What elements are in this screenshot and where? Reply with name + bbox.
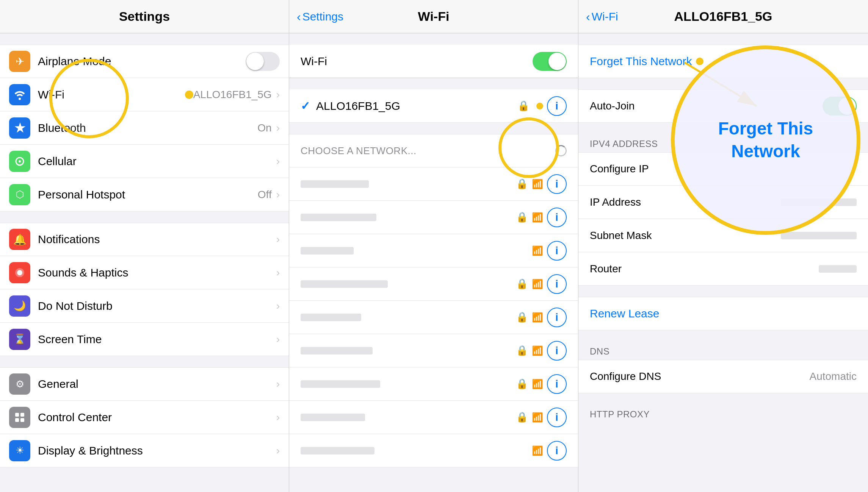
network-row-7[interactable]: 🔒 📶 i xyxy=(289,367,578,401)
network-icons-5: 🔒 📶 i xyxy=(516,308,567,327)
signal-icon-5: 📶 xyxy=(532,312,543,323)
configure-dns-label: Configure DNS xyxy=(590,370,810,383)
auto-join-row[interactable]: Auto-Join xyxy=(578,89,868,123)
cellular-row[interactable]: Cellular › xyxy=(0,145,289,178)
network-name-1 xyxy=(301,180,516,188)
bluetooth-chevron: › xyxy=(276,122,280,134)
notifications-row[interactable]: 🔔 Notifications › xyxy=(0,223,289,256)
lock-icon-4: 🔒 xyxy=(516,278,528,290)
network-info-btn-9[interactable]: i xyxy=(547,441,567,461)
wifi-toggle-row[interactable]: Wi-Fi xyxy=(289,45,578,78)
settings-title: Settings xyxy=(119,9,170,24)
network-name-7 xyxy=(301,380,516,388)
network-icons-6: 🔒 📶 i xyxy=(516,341,567,361)
screentime-chevron: › xyxy=(276,333,280,345)
lock-icon-6: 🔒 xyxy=(516,345,528,356)
wifi-nav-bar: ‹ Settings Wi-Fi xyxy=(289,0,578,33)
network-name-6 xyxy=(301,347,516,355)
network-info-btn-8[interactable]: i xyxy=(547,408,567,427)
network-info-btn-7[interactable]: i xyxy=(547,374,567,394)
signal-icon-6: 📶 xyxy=(532,345,543,356)
http-proxy-header: HTTP PROXY xyxy=(578,405,868,423)
bluetooth-row[interactable]: ★ Bluetooth On › xyxy=(0,111,289,145)
wifi-value: ALLO16FB1_5G xyxy=(193,89,272,101)
network-row-3[interactable]: 📶 i xyxy=(289,234,578,267)
hotspot-icon: ⬡ xyxy=(9,184,30,205)
wifi-master-toggle[interactable] xyxy=(533,52,567,71)
sounds-row[interactable]: Sounds & Haptics › xyxy=(0,256,289,289)
network-name-4 xyxy=(301,280,516,288)
ip-address-value xyxy=(781,198,857,206)
cellular-label: Cellular xyxy=(38,155,276,168)
configure-dns-row[interactable]: Configure DNS Automatic xyxy=(578,360,868,393)
cellular-icon xyxy=(9,151,30,172)
wifi-checkmark-icon: ✓ xyxy=(301,99,310,112)
detail-panel: ‹ Wi-Fi ALLO16FB1_5G Forget This Network… xyxy=(578,0,868,492)
dnd-row[interactable]: 🌙 Do Not Disturb › xyxy=(0,289,289,323)
lock-icon-5: 🔒 xyxy=(516,311,528,323)
network-row-8[interactable]: 🔒 📶 i xyxy=(289,401,578,434)
network-name-5 xyxy=(301,314,516,321)
general-row[interactable]: ⚙ General › xyxy=(0,367,289,401)
airplane-toggle-knob xyxy=(246,53,264,70)
lock-icon-1: 🔒 xyxy=(516,178,528,190)
connected-network-icons: 🔒 i xyxy=(517,96,567,116)
network-info-btn-2[interactable]: i xyxy=(547,208,567,227)
hotspot-chevron: › xyxy=(276,189,280,201)
signal-icon-9: 📶 xyxy=(532,445,543,456)
settings-panel: Settings ✈ Airplane Mode Wi-Fi ALLO16FB1… xyxy=(0,0,289,492)
hotspot-label: Personal Hotspot xyxy=(38,188,258,201)
renew-lease-row[interactable]: Renew Lease xyxy=(578,297,868,330)
dnd-label: Do Not Disturb xyxy=(38,300,276,312)
connected-network-row[interactable]: ✓ ALLO16FB1_5G 🔒 i xyxy=(289,89,578,123)
network-row-4[interactable]: 🔒 📶 i xyxy=(289,267,578,301)
network-row-1[interactable]: 🔒 📶 i xyxy=(289,167,578,201)
auto-join-toggle[interactable] xyxy=(823,97,857,116)
airplane-toggle[interactable] xyxy=(246,52,280,71)
notifications-label: Notifications xyxy=(38,233,276,246)
forget-network-label[interactable]: Forget This Network xyxy=(590,55,692,68)
subnet-mask-value xyxy=(781,232,857,239)
network-row-5[interactable]: 🔒 📶 i xyxy=(289,301,578,334)
detail-back-chevron-icon: ‹ xyxy=(586,11,590,23)
network-info-btn-3[interactable]: i xyxy=(547,241,567,261)
network-name-blurred-6 xyxy=(301,347,373,355)
network-name-3 xyxy=(301,247,532,255)
network-info-btn-1[interactable]: i xyxy=(547,174,567,194)
network-icons-1: 🔒 📶 i xyxy=(516,174,567,194)
network-name-blurred-4 xyxy=(301,280,388,288)
dnd-chevron: › xyxy=(276,300,280,312)
bluetooth-label: Bluetooth xyxy=(38,122,257,134)
other-networks-section: 🔒 📶 i 🔒 📶 i 📶 i xyxy=(289,167,578,467)
network-info-btn-4[interactable]: i xyxy=(547,274,567,294)
detail-back-button[interactable]: ‹ Wi-Fi xyxy=(586,10,618,23)
network-info-btn-6[interactable]: i xyxy=(547,341,567,361)
screentime-icon: ⌛ xyxy=(9,329,30,350)
hotspot-row[interactable]: ⬡ Personal Hotspot Off › xyxy=(0,178,289,211)
wifi-signal-annotation-dot xyxy=(536,103,543,109)
forget-network-row[interactable]: Forget This Network xyxy=(578,45,868,78)
ipv4-header: IPV4 ADDRESS xyxy=(578,134,868,152)
connected-network-info-button[interactable]: i xyxy=(547,96,567,116)
svg-rect-5 xyxy=(20,413,24,417)
ip-address-label: IP Address xyxy=(590,196,781,208)
display-row[interactable]: ☀ Display & Brightness › xyxy=(0,434,289,467)
wifi-back-button[interactable]: ‹ Settings xyxy=(297,10,343,23)
network-row-2[interactable]: 🔒 📶 i xyxy=(289,201,578,234)
network-icons-3: 📶 i xyxy=(532,241,567,261)
network-name-blurred-1 xyxy=(301,180,369,188)
network-icons-7: 🔒 📶 i xyxy=(516,374,567,394)
network-icons-2: 🔒 📶 i xyxy=(516,208,567,227)
control-center-icon xyxy=(9,407,30,428)
network-row-9[interactable]: 📶 i xyxy=(289,434,578,467)
wifi-row[interactable]: Wi-Fi ALLO16FB1_5G › xyxy=(0,78,289,111)
network-info-btn-5[interactable]: i xyxy=(547,308,567,327)
screentime-row[interactable]: ⌛ Screen Time › xyxy=(0,323,289,356)
control-center-row[interactable]: Control Center › xyxy=(0,401,289,434)
lock-icon: 🔒 xyxy=(517,100,530,112)
dns-section: DNS Configure DNS Automatic xyxy=(578,342,868,393)
airplane-mode-row[interactable]: ✈ Airplane Mode xyxy=(0,45,289,78)
renew-lease-label[interactable]: Renew Lease xyxy=(590,307,659,320)
network-row-6[interactable]: 🔒 📶 i xyxy=(289,334,578,367)
configure-ip-row[interactable]: Configure IP xyxy=(578,152,868,186)
